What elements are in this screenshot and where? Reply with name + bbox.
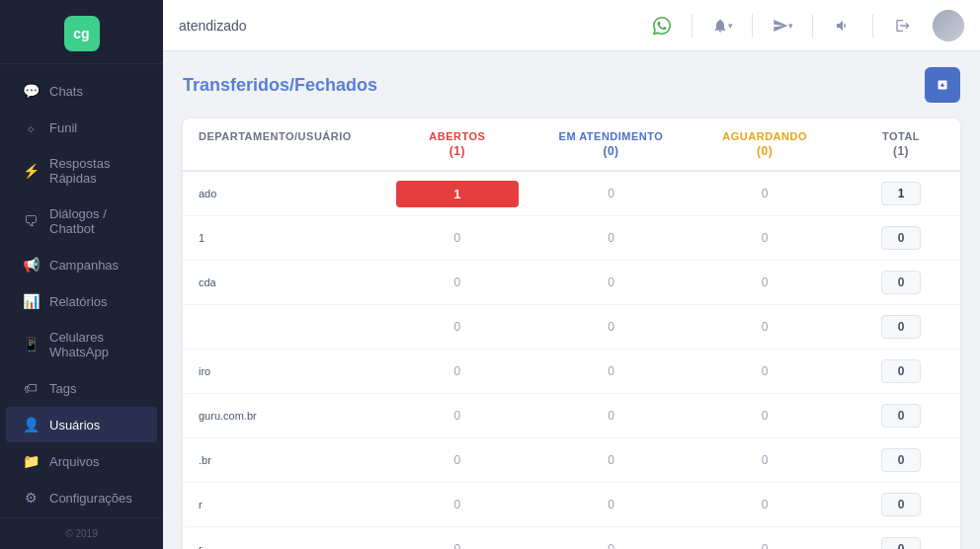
abertos-cell: 0 [380,266,534,299]
total-value: 0 [881,493,922,516]
row-label: cda [183,267,380,298]
nav-label-dialogos: Diálogos / Chatbot [49,206,141,236]
nav-label-funil: Funil [49,120,77,135]
sidebar-footer: © 2019 [0,517,163,549]
bell-icon[interactable]: ▾ [708,12,736,39]
nav-label-configuracoes: Configurações [49,491,132,506]
atendimento-cell: 0 [534,266,689,299]
total-cell: 0 [842,305,960,349]
nav-label-relatorios: Relatórios [49,294,108,309]
sidebar-item-respostas[interactable]: ⚡ Respostas Rápidas [6,146,157,196]
page-title: Transferidos/Fechados [183,75,377,96]
nav-label-respostas: Respostas Rápidas [49,156,141,186]
table-row: guru.com.br 0 0 0 0 [183,394,960,438]
table-row: r 0 0 0 0 [183,483,960,527]
send-icon[interactable]: ▾ [769,12,796,39]
nav-label-arquivos: Arquivos [49,454,100,469]
table-row: ado 1 0 0 1 [183,172,960,216]
nav-icon-configuracoes: ⚙ [22,490,40,506]
sidebar: cg 💬 Chats⬦ Funil⚡ Respostas Rápidas🗨 Di… [0,0,163,549]
nav-icon-chats: 💬 [22,83,40,99]
sidebar-item-usuarios[interactable]: 👤 Usuários [6,407,157,442]
abertos-cell: 1 [380,175,534,213]
aguardando-cell: 0 [688,310,842,344]
aguardando-cell: 0 [688,354,842,388]
row-label: r. [183,533,380,549]
main-content: atendizado ▾ ▾ [163,0,980,549]
table-row: 1 0 0 0 0 [183,216,960,261]
sidebar-item-chats[interactable]: 💬 Chats [6,73,157,109]
sidebar-item-campanhas[interactable]: 📢 Campanhas [6,247,157,282]
export-button[interactable] [925,67,960,103]
table-row: 0 0 0 0 [183,305,960,350]
table-row: cda 0 0 0 0 [183,261,960,305]
nav-icon-funil: ⬦ [22,119,40,135]
aguardando-cell: 0 [688,221,842,255]
sidebar-item-relatorios[interactable]: 📊 Relatórios [6,283,157,319]
topbar-divider-1 [692,14,693,38]
page-content: Transferidos/Fechados DEPARTAMENTO/USUÁR… [163,51,980,549]
col-atendimento: EM ATENDIMENTO (0) [534,118,689,170]
total-cell: 0 [842,483,960,526]
aguardando-cell: 0 [688,488,842,521]
sidebar-item-arquivos[interactable]: 📁 Arquivos [6,443,157,479]
abertos-cell: 0 [380,399,534,432]
table-body: ado 1 0 0 1 1 0 0 0 0 cda 0 0 0 0 [183,172,960,549]
sidebar-item-celulares[interactable]: 📱 Celulares WhatsApp [6,320,157,369]
nav-icon-campanhas: 📢 [22,257,40,273]
total-value: 0 [881,359,922,383]
volume-icon[interactable] [829,12,857,39]
atendimento-cell: 0 [534,310,689,344]
abertos-cell: 0 [380,310,534,344]
abertos-highlight-value: 1 [396,181,519,207]
atendimento-cell: 0 [534,221,689,255]
total-cell: 1 [842,172,960,215]
total-cell: 0 [842,438,960,482]
data-table: DEPARTAMENTO/USUÁRIO ABERTOS (1) EM ATEN… [183,118,960,549]
nav-icon-tags: 🏷 [22,380,40,396]
aguardando-cell: 0 [688,266,842,299]
table-row: iro 0 0 0 0 [183,350,960,394]
row-label: r [183,489,380,520]
total-value: 0 [881,226,922,250]
total-value: 0 [881,404,922,428]
nav-icon-relatorios: 📊 [22,293,40,309]
nav-label-celulares: Celulares WhatsApp [49,330,141,359]
logout-icon[interactable] [889,12,917,39]
abertos-cell: 0 [380,532,534,549]
sidebar-item-dialogos[interactable]: 🗨 Diálogos / Chatbot [6,196,157,246]
topbar-divider-4 [872,14,873,38]
aguardando-cell: 0 [688,443,842,477]
total-cell: 0 [842,394,960,437]
total-value: 0 [881,448,922,472]
row-label: .br [183,444,380,476]
col-aguardando: AGUARDANDO (0) [688,118,842,170]
abertos-cell: 0 [380,354,534,388]
sidebar-item-tags[interactable]: 🏷 Tags [6,370,157,406]
page-header: Transferidos/Fechados [183,67,960,103]
row-label: iro [183,355,380,387]
sidebar-logo: cg [0,0,163,64]
sidebar-item-configuracoes[interactable]: ⚙ Configurações [6,480,157,515]
total-value: 0 [881,315,922,339]
total-cell: 0 [842,527,960,549]
total-value: 1 [881,182,922,205]
sidebar-item-funil[interactable]: ⬦ Funil [6,110,157,145]
col-label: DEPARTAMENTO/USUÁRIO [183,118,380,170]
whatsapp-icon[interactable] [648,12,676,39]
nav-label-campanhas: Campanhas [49,258,119,273]
table-header: DEPARTAMENTO/USUÁRIO ABERTOS (1) EM ATEN… [183,118,960,172]
aguardando-cell: 0 [688,532,842,549]
abertos-cell: 0 [380,488,534,521]
nav-label-tags: Tags [49,381,76,396]
col-abertos: ABERTOS (1) [380,118,534,170]
atendimento-cell: 0 [534,443,689,477]
aguardando-cell: 0 [688,399,842,432]
abertos-cell: 0 [380,221,534,255]
topbar: atendizado ▾ ▾ [163,0,980,51]
topbar-divider-2 [752,14,753,38]
abertos-cell: 0 [380,443,534,477]
nav-icon-celulares: 📱 [22,337,40,353]
sidebar-nav: 💬 Chats⬦ Funil⚡ Respostas Rápidas🗨 Diálo… [0,64,163,517]
topbar-divider-3 [812,14,813,38]
